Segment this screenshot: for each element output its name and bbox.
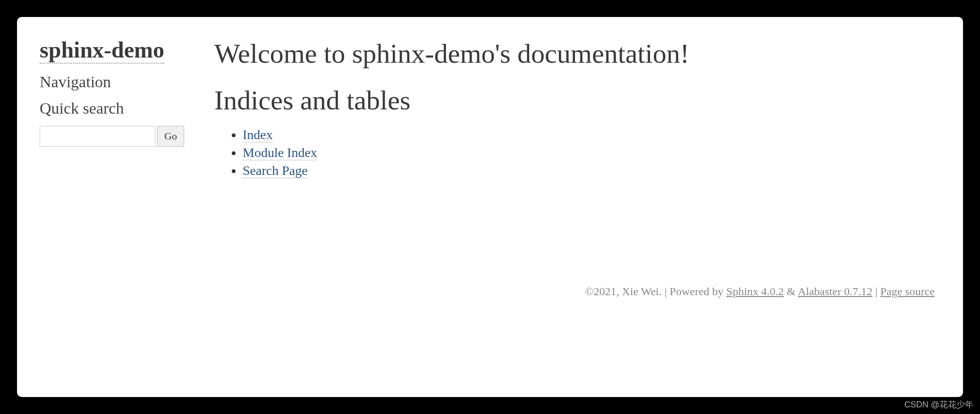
alabaster-link[interactable]: Alabaster 0.7.12 — [798, 285, 872, 298]
footer: ©2021, Xie Wei. | Powered by Sphinx 4.0.… — [585, 285, 935, 298]
list-item: Module Index — [243, 145, 940, 160]
csdn-watermark: CSDN @花花少年 — [904, 399, 973, 410]
page-title: Welcome to sphinx-demo's documentation! — [214, 37, 940, 71]
module-index-link[interactable]: Module Index — [243, 145, 317, 160]
search-page-link[interactable]: Search Page — [243, 163, 308, 178]
main-content: Welcome to sphinx-demo's documentation! … — [210, 37, 940, 377]
search-input[interactable] — [40, 126, 155, 147]
section-heading-indices: Indices and tables — [214, 84, 940, 116]
list-item: Index — [243, 127, 940, 142]
page-container: sphinx-demo Navigation Quick search Go W… — [17, 17, 963, 397]
sidebar: sphinx-demo Navigation Quick search Go — [40, 37, 210, 377]
list-item: Search Page — [243, 163, 940, 178]
project-title-link[interactable]: sphinx-demo — [40, 37, 164, 64]
sphinx-link[interactable]: Sphinx 4.0.2 — [727, 285, 784, 298]
quick-search-heading: Quick search — [40, 99, 200, 117]
powered-by-prefix: | Powered by — [665, 285, 727, 298]
search-form: Go — [40, 126, 200, 147]
navigation-heading: Navigation — [40, 73, 200, 91]
copyright-text: ©2021, Xie Wei. — [585, 285, 665, 298]
page-source-link[interactable]: Page source — [880, 285, 935, 298]
indices-list: Index Module Index Search Page — [214, 127, 940, 178]
sep-text: | — [872, 285, 880, 298]
index-link[interactable]: Index — [243, 127, 273, 142]
search-go-button[interactable]: Go — [157, 126, 184, 147]
amp-text: & — [784, 285, 798, 298]
